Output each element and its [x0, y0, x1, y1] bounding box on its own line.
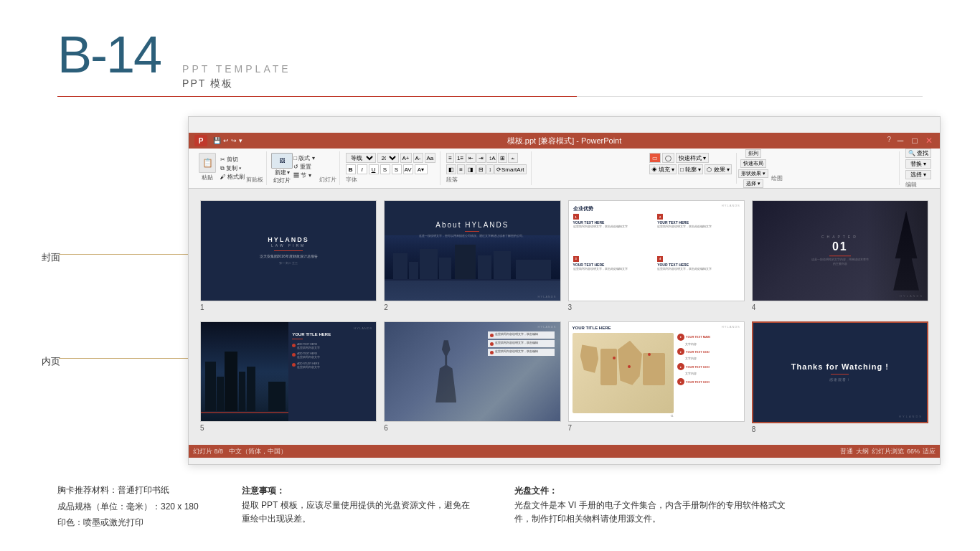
bullet-4: 4 — [657, 256, 663, 262]
item-title-1: YOUR TEXT HERE — [573, 220, 656, 225]
find-button[interactable]: 🔍 查找 — [905, 149, 931, 158]
redo-icon[interactable]: ↪ — [231, 137, 237, 144]
slide-thumbnail-3[interactable]: 企业优势 HYLANDS 1 YOUR TEXT HERE 这里填写内容说明文字… — [568, 200, 745, 301]
language: 中文（简体，中国） — [229, 447, 287, 456]
shadow-button[interactable]: S — [392, 164, 402, 174]
decrease-font-button[interactable]: A- — [413, 153, 423, 163]
item2-text: ADD TEXT HERE这里填写内容文字 — [297, 352, 320, 360]
shape1-button[interactable]: ▭ — [649, 153, 661, 163]
slide-6-item1: 这里填写内容说明文字，双击编辑 — [488, 331, 555, 339]
subtitle-en: PPT TEMPLATE — [182, 63, 291, 75]
align-left-button[interactable]: ◧ — [446, 164, 456, 174]
outline-button[interactable]: □ 轮廓 ▾ — [678, 164, 703, 174]
slide-5-item2: ADD TEXT HERE这里填写内容文字 — [292, 352, 372, 360]
slide-num-5: 5 — [200, 424, 377, 432]
new-slide-dropdown[interactable]: ▾ — [287, 169, 290, 176]
italic-button[interactable]: I — [357, 164, 367, 174]
slide-7-logo: HYLANDS — [722, 325, 740, 329]
slide-thumbnail-6[interactable]: HYLANDS 这里填写内容说明文字，双击编辑 这里填写内容说明文字，双击编辑 — [384, 321, 560, 423]
char-spacing-button[interactable]: AV — [403, 164, 413, 174]
section-button[interactable]: ☰ 节 ▾ — [293, 171, 314, 179]
select-button[interactable]: 选择 ▾ — [743, 179, 763, 188]
footer-col3: 光盘文件： 光盘文件是本 VI 手册的电子文件集合，内含手册制作的专用软件格式文… — [514, 484, 787, 526]
new-slide-button[interactable]: 🖼 新建 ▾ 幻灯片 — [271, 153, 293, 184]
copy-button[interactable]: ⧉ 复制 ▾ — [220, 164, 245, 172]
align-center-button[interactable]: ≡ — [457, 164, 465, 174]
dot3 — [292, 363, 296, 367]
increase-font-button[interactable]: A+ — [400, 153, 412, 163]
cut-button[interactable]: ✂ 剪切 — [220, 156, 245, 164]
select-button2[interactable]: 选择 ▾ — [905, 170, 931, 179]
s7-dot4: ● — [677, 378, 684, 385]
undo-icon[interactable]: ↩ — [223, 137, 229, 144]
reset-button[interactable]: ↺ 重置 — [293, 163, 314, 171]
slide-num-7: 7 — [568, 424, 745, 432]
quick-layout-button[interactable]: 快速布局 — [740, 159, 766, 168]
window-title-text: 模板.ppt [兼容模式] - PowerPoint — [507, 136, 622, 146]
font-color-button[interactable]: A▾ — [415, 164, 428, 174]
align-text-button[interactable]: ⊞ — [498, 153, 507, 163]
ppt-window: P 💾 ↩ ↪ ▾ 模板.ppt [兼容模式] - PowerPoint ? ─… — [188, 116, 941, 465]
replace-button[interactable]: 替换 ▾ — [905, 159, 931, 169]
effects-button[interactable]: ⬡ 效果 ▾ — [705, 164, 731, 174]
indent-increase-button[interactable]: ⇥ — [476, 153, 486, 163]
window-inner: P 💾 ↩ ↪ ▾ 模板.ppt [兼容模式] - PowerPoint ? ─… — [189, 133, 940, 480]
underline-button[interactable]: U — [369, 164, 379, 174]
close-button[interactable]: ✕ — [924, 136, 934, 146]
slide-item-6: HYLANDS 这里填写内容说明文字，双击编辑 这里填写内容说明文字，双击编辑 — [384, 321, 560, 434]
align-right-button[interactable]: ◨ — [466, 164, 476, 174]
line-spacing-button[interactable]: ↕ — [486, 164, 494, 174]
zoom-fit[interactable]: 适应 — [923, 447, 936, 456]
font-group-label: 字体 — [346, 176, 436, 184]
slide-item-4: CHAPTER 01 这是一段说明性的文字内容，用来描述本章节的主要内容 HYL… — [752, 200, 928, 311]
bold-button[interactable]: B — [346, 164, 356, 174]
quick-styles-button[interactable]: 快速样式 ▾ — [676, 153, 709, 163]
shape2-button[interactable]: ◯ — [662, 153, 674, 163]
text-direction-button[interactable]: ↕A — [486, 153, 497, 163]
slide-thumbnail-7[interactable]: YOUR TITLE HERE HYLANDS — [568, 321, 745, 423]
strikethrough-button[interactable]: S — [380, 164, 390, 174]
new-slide-icon: 🖼 — [271, 153, 293, 169]
main-title: B-14 — [57, 29, 161, 80]
footer-content: 胸卡推荐材料：普通打印书纸 成品规格（单位：毫米）：320 x 180 印色：喷… — [57, 484, 923, 529]
shape-effects-button[interactable]: 形状效果 ▾ — [738, 169, 768, 178]
slide-thumbnail-1[interactable]: HYLANDS LAW FIRM 泛天安集团2016年度财政设计总报告 张一 刘… — [200, 200, 377, 301]
slide-thumbnail-8[interactable]: Thanks for Watching ! 感谢观看！ HYLANDS — [752, 321, 928, 424]
view-normal[interactable]: 普通 — [840, 447, 853, 456]
bldg5 — [247, 367, 255, 411]
justify-button[interactable]: ⊟ — [476, 164, 486, 174]
minimize-button[interactable]: ─ — [895, 136, 905, 146]
slide-thumbnail-4[interactable]: CHAPTER 01 这是一段说明性的文字内容，用来描述本章节的主要内容 HYL… — [752, 200, 928, 301]
list-bullet-button[interactable]: ≡ — [446, 153, 454, 163]
clear-format-button[interactable]: Aa — [425, 153, 436, 163]
slide-num-1: 1 — [200, 303, 377, 311]
slide-thumbnail-2[interactable]: About HYLANDS 这是一段说明文字，您可以用来描述公司情况。通过文字阐… — [384, 200, 560, 301]
view-outline[interactable]: 大纲 — [856, 447, 869, 456]
indent-decrease-button[interactable]: ⇤ — [466, 153, 476, 163]
format-painter-button[interactable]: 🖌 格式刷 — [220, 173, 245, 181]
slide-6-item2: 这里填写内容说明文字，双击编辑 — [488, 340, 555, 347]
slide-actions: □ 版式 ▾ ↺ 重置 ☰ 节 ▾ — [293, 154, 314, 179]
label-cover: 封面 — [42, 251, 60, 264]
s7-item4: ● YOUR TEXT GOO — [677, 377, 740, 386]
columns-button[interactable]: ⫠ — [508, 153, 518, 163]
bldg4 — [239, 372, 246, 411]
slide-2-footer: HYLANDS — [538, 295, 557, 298]
slide-7-layout: YOUR TITLE HERE HYLANDS — [569, 322, 744, 422]
view-slideshow[interactable]: 幻灯片浏览 — [872, 447, 904, 456]
slide-7-right: ● YOUR TEXT MAIN 文字内容 ● YOUR TEXT GOD 文字… — [677, 326, 740, 418]
smartart-button[interactable]: ⟳SmartArt — [494, 164, 527, 174]
paste-button[interactable]: 📋 粘贴 — [196, 151, 219, 185]
save-icon[interactable]: 💾 — [213, 137, 221, 144]
font-face-select[interactable]: 等线 — [346, 153, 376, 163]
fill-button[interactable]: ◈ 填充 ▾ — [649, 164, 677, 174]
slide-7-left: YOUR TITLE HERE HYLANDS — [573, 326, 674, 418]
font-size-select[interactable]: 20 — [377, 153, 399, 163]
list-number-button[interactable]: 1≡ — [455, 153, 466, 163]
arrange-button[interactable]: 排列 — [745, 149, 761, 158]
slide-thumbnail-5[interactable]: HYLANDS YOUR TITLE HERE ADD TEXT HERE这里填… — [200, 321, 377, 423]
customize-icon[interactable]: ▾ — [239, 137, 242, 144]
layout-button[interactable]: □ 版式 ▾ — [293, 154, 314, 162]
help-icon[interactable]: ? — [887, 136, 891, 146]
maximize-button[interactable]: □ — [910, 136, 920, 146]
